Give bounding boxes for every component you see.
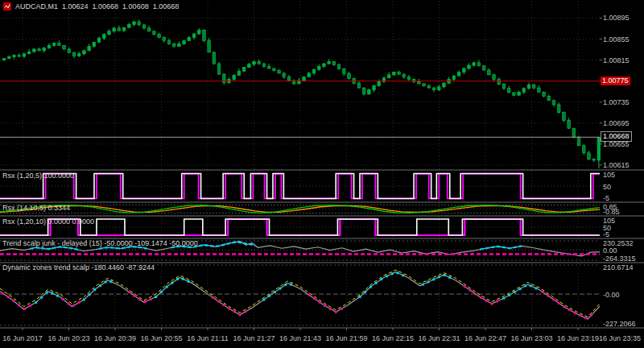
indicator-axis-label: -264.3315 — [603, 255, 636, 263]
time-axis-label: 16 Jun 22:47 — [464, 334, 506, 342]
price-high: 1.00668 — [93, 2, 119, 10]
time-axis-label: 16 Jun 21:59 — [325, 334, 367, 342]
price-open: 1.00624 — [62, 2, 89, 10]
time-axis-label: 16 Jun 22:31 — [418, 334, 460, 342]
price-axis-label: 1.00855 — [603, 35, 630, 44]
time-axis-label: 16 Jun 21:27 — [233, 334, 275, 342]
time-axis-label: 16 Jun 21:43 — [279, 334, 321, 342]
time-axis-label: 16 Jun 23:03 — [510, 334, 552, 342]
time-axis-label: 16 Jun 21:11 — [187, 334, 228, 342]
time-axis-label: 16 Jun 2017 — [2, 334, 43, 342]
indicator-axis-label: 50 — [603, 183, 611, 191]
chart-title: AUDCAD,M1 1.00624 1.00668 1.00608 1.0066… — [3, 2, 179, 10]
price-axis-label: 1.00695 — [603, 119, 630, 127]
indicator-axis-label: -5 — [603, 230, 609, 238]
indicator-label-rsx-1-20-10: Rsx (1,20,10) 0.0000 0.0000 — [2, 218, 94, 226]
time-axis[interactable]: 16 Jun 201716 Jun 20:2316 Jun 20:3916 Ju… — [0, 328, 644, 348]
price-axis-label: 1.00615 — [603, 161, 630, 169]
indicator-axis-label: -227.2066 — [603, 320, 636, 328]
price-axis-label: 1.00895 — [603, 14, 630, 22]
indicator-label-dynamic-zones-trend-scalp: Dynamic zones trend scalp -180.4460 -87.… — [2, 263, 155, 271]
time-axis-label: 16 Jun 20:23 — [47, 334, 89, 342]
indicator-axis-label: -5 — [603, 194, 609, 202]
chart-canvas[interactable] — [0, 0, 644, 348]
symbol-timeframe: AUDCAD,M1 — [15, 2, 58, 10]
indicator-label-rsx-14-10-5: Rsx (14,10,5) 0.3344 — [2, 204, 70, 212]
price-axis[interactable]: 1.008951.008551.008151.007751.007351.006… — [601, 0, 644, 328]
price-low: 1.00608 — [122, 2, 149, 10]
chart-window-icon — [3, 2, 11, 10]
alert-line-price-tag[interactable]: 1.00775 — [601, 77, 630, 85]
price-close: 1.00668 — [153, 2, 180, 10]
time-axis-label: 16 Jun 23:19 — [557, 334, 599, 342]
indicator-axis-label: -0.85 — [603, 208, 620, 216]
mt4-chart-window: AUDCAD,M1 1.00624 1.00668 1.00608 1.0066… — [0, 0, 644, 348]
time-axis-label: 16 Jun 22:15 — [372, 334, 414, 342]
indicator-label-trend-scalp-junk: Trend scalp junk - delayed (15) -50.0000… — [2, 239, 198, 247]
time-axis-label: 16 Jun 20:39 — [94, 334, 136, 342]
bid-price-tag[interactable]: 1.00668 — [601, 131, 632, 142]
price-axis-label: 1.00815 — [603, 56, 630, 64]
indicator-axis-label: 210.6714 — [603, 263, 634, 271]
time-axis-label: 16 Jun 20:55 — [140, 334, 182, 342]
price-axis-label: 1.00735 — [603, 98, 630, 106]
indicator-axis-label: 0.00 — [603, 246, 617, 255]
time-axis-label: 16 Jun 23:35 — [599, 334, 641, 342]
indicator-axis-label: -0.00 — [603, 291, 620, 299]
indicator-axis-label: 105 — [603, 171, 615, 179]
indicator-label-rsx-1-20-5: Rsx (1,20,5) 100.0000 — [2, 172, 74, 180]
